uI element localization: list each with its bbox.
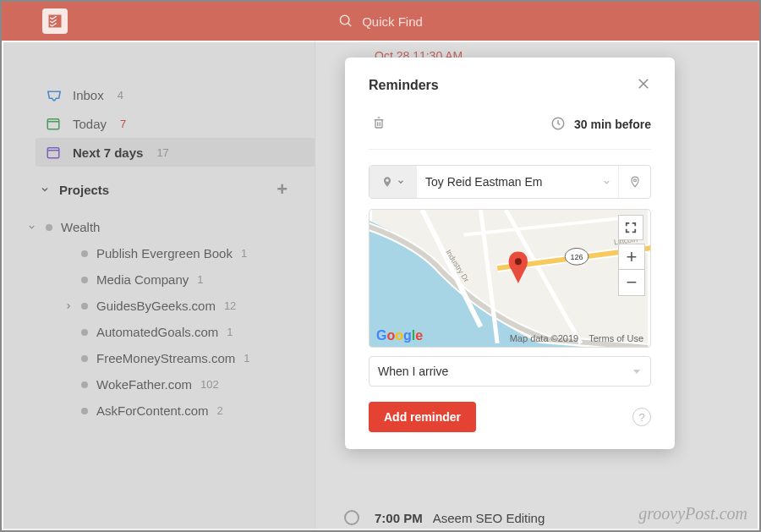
project-bullet-icon bbox=[81, 408, 88, 414]
projects-header[interactable]: Projects + bbox=[36, 167, 315, 206]
quick-find[interactable]: Quick Find bbox=[338, 14, 423, 29]
svg-rect-4 bbox=[47, 148, 59, 158]
existing-reminder-label: 30 min before bbox=[574, 118, 651, 131]
trigger-select-value: When I arrive bbox=[378, 365, 448, 378]
app-logo[interactable] bbox=[42, 8, 68, 34]
delete-reminder-button[interactable] bbox=[372, 115, 386, 134]
google-logo: Google bbox=[376, 328, 423, 343]
location-input-row bbox=[369, 165, 651, 199]
project-bullet-icon bbox=[81, 250, 88, 257]
project-bullet-icon bbox=[81, 277, 88, 283]
pin-outline-icon bbox=[629, 175, 641, 189]
project-label: AskForContent.com bbox=[96, 403, 209, 418]
use-current-location-button[interactable] bbox=[618, 166, 650, 198]
close-button[interactable] bbox=[636, 76, 651, 95]
svg-point-29 bbox=[515, 258, 522, 265]
reminders-modal: Reminders 30 min before bbox=[345, 58, 675, 449]
nav-next7days-count: 17 bbox=[156, 146, 168, 159]
chevron-down-icon bbox=[39, 184, 51, 195]
project-item[interactable]: GuidesByGeeks.com 12 bbox=[36, 293, 315, 319]
nav-today[interactable]: Today 7 bbox=[36, 109, 315, 138]
sidebar: Inbox 4 Today 7 Next 7 days 17 Projects … bbox=[2, 41, 315, 529]
project-count: 12 bbox=[224, 299, 236, 312]
fullscreen-button[interactable] bbox=[618, 215, 643, 240]
nav-next7days-label: Next 7 days bbox=[73, 145, 143, 160]
nav-inbox-count: 4 bbox=[118, 89, 123, 101]
project-count: 1 bbox=[244, 352, 249, 365]
inbox-icon bbox=[46, 89, 63, 102]
project-wealth-label: Wealth bbox=[61, 220, 100, 234]
add-reminder-button[interactable]: Add reminder bbox=[369, 402, 476, 432]
project-item[interactable]: FreeMoneyStreams.com 1 bbox=[36, 345, 315, 371]
fullscreen-icon bbox=[625, 222, 637, 233]
project-count: 1 bbox=[197, 273, 203, 286]
location-dropdown-caret[interactable] bbox=[594, 166, 618, 198]
watermark: groovyPost.com bbox=[638, 504, 747, 524]
project-bullet-icon bbox=[81, 355, 88, 362]
quick-find-placeholder: Quick Find bbox=[362, 14, 423, 29]
nav-inbox[interactable]: Inbox 4 bbox=[36, 81, 315, 109]
project-item[interactable]: AutomatedGoals.com 1 bbox=[36, 319, 315, 345]
chevron-right-icon bbox=[64, 299, 73, 313]
project-item[interactable]: AskForContent.com 2 bbox=[36, 398, 315, 424]
map-attribution: Map data ©2019 bbox=[510, 333, 579, 343]
svg-rect-11 bbox=[375, 120, 382, 128]
map-controls: + − bbox=[618, 215, 645, 296]
project-item[interactable]: Publish Evergreen Book 1 bbox=[36, 240, 315, 266]
map-canvas: 126 Industry Dr Lincoln bbox=[370, 210, 650, 347]
svg-rect-2 bbox=[47, 119, 59, 129]
map-preview[interactable]: 126 Industry Dr Lincoln + − Google Map bbox=[369, 209, 651, 348]
calendar-week-icon bbox=[46, 145, 63, 160]
project-count: 2 bbox=[217, 404, 223, 417]
nav-next7days[interactable]: Next 7 days 17 bbox=[36, 138, 315, 167]
search-icon bbox=[338, 14, 353, 29]
project-count: 1 bbox=[227, 326, 233, 338]
modal-header: Reminders bbox=[369, 76, 651, 105]
zoom-controls: + − bbox=[618, 244, 645, 296]
map-terms-link[interactable]: Terms of Use bbox=[589, 333, 643, 343]
existing-reminder-row: 30 min before bbox=[369, 105, 651, 150]
chevron-down-icon bbox=[397, 178, 405, 186]
task-title: Aseem SEO Editing bbox=[433, 511, 545, 525]
projects-header-label: Projects bbox=[59, 183, 109, 197]
zoom-in-button[interactable]: + bbox=[619, 244, 644, 270]
help-button[interactable]: ? bbox=[632, 408, 651, 426]
svg-point-0 bbox=[340, 15, 349, 25]
nav-inbox-label: Inbox bbox=[73, 88, 104, 102]
task-checkbox[interactable] bbox=[344, 510, 359, 525]
modal-title: Reminders bbox=[369, 78, 439, 93]
chevron-down-icon bbox=[25, 222, 37, 232]
zoom-out-button[interactable]: − bbox=[619, 270, 644, 295]
project-label: Publish Evergreen Book bbox=[96, 246, 233, 261]
trash-icon bbox=[372, 115, 386, 130]
location-input[interactable] bbox=[417, 166, 594, 198]
svg-point-17 bbox=[633, 179, 636, 182]
project-bullet-icon bbox=[46, 224, 52, 231]
nav-today-count: 7 bbox=[120, 118, 126, 130]
project-count: 102 bbox=[200, 378, 219, 391]
project-tree: Wealth Publish Evergreen Book 1 Media Co… bbox=[36, 206, 315, 424]
close-icon bbox=[636, 76, 651, 91]
svg-text:126: 126 bbox=[571, 253, 583, 261]
project-bullet-icon bbox=[81, 303, 88, 310]
project-item[interactable]: Media Company 1 bbox=[36, 266, 315, 293]
project-label: GuidesByGeeks.com bbox=[96, 299, 216, 313]
trigger-select[interactable]: When I arrive bbox=[369, 356, 651, 387]
app-header: Quick Find bbox=[2, 2, 759, 41]
project-bullet-icon bbox=[81, 381, 88, 388]
project-label: AutomatedGoals.com bbox=[96, 325, 218, 339]
modal-footer: Add reminder ? bbox=[369, 402, 651, 432]
nav-today-label: Today bbox=[73, 117, 107, 131]
task-row[interactable]: 7:00 PM Aseem SEO Editing bbox=[344, 510, 545, 525]
project-bullet-icon bbox=[81, 329, 88, 336]
chevron-down-icon bbox=[602, 178, 611, 187]
svg-line-1 bbox=[348, 23, 351, 26]
project-wealth[interactable]: Wealth bbox=[36, 214, 315, 240]
project-count: 1 bbox=[241, 247, 247, 260]
add-project-button[interactable]: + bbox=[276, 178, 304, 200]
calendar-today-icon bbox=[46, 116, 63, 131]
reminder-type-dropdown[interactable] bbox=[370, 166, 417, 198]
project-label: FreeMoneyStreams.com bbox=[96, 351, 235, 365]
clock-icon bbox=[550, 116, 566, 134]
project-item[interactable]: WokeFather.com 102 bbox=[36, 371, 315, 398]
